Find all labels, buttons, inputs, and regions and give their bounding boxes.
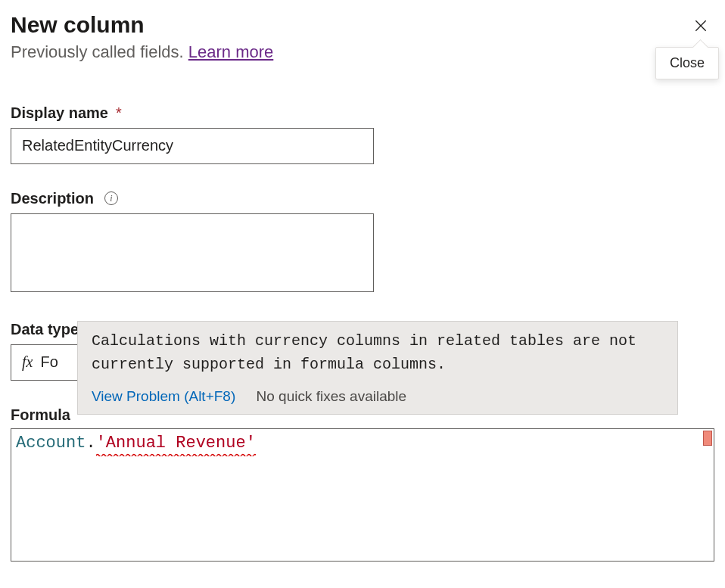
error-marker-icon — [703, 431, 712, 446]
error-tooltip: Calculations with currency columns in re… — [77, 321, 678, 415]
data-type-label: Data type — [11, 321, 79, 338]
display-name-input[interactable] — [11, 128, 374, 164]
required-indicator: * — [116, 104, 122, 122]
fx-icon: fx — [22, 353, 33, 371]
close-icon — [693, 18, 708, 33]
subtitle-text: Previously called fields. — [11, 42, 188, 61]
info-icon[interactable]: i — [104, 191, 118, 205]
learn-more-link[interactable]: Learn more — [188, 42, 274, 61]
formula-editor[interactable]: Account.'Annual Revenue' — [11, 428, 714, 562]
display-name-label: Display name — [11, 104, 108, 122]
close-button[interactable] — [687, 12, 714, 39]
close-tooltip: Close — [655, 47, 719, 79]
formula-token-annual-revenue: 'Annual Revenue' — [96, 432, 256, 455]
page-subtitle: Previously called fields. Learn more — [11, 42, 273, 62]
page-title: New column — [11, 11, 273, 39]
data-type-value: Fo — [40, 353, 58, 371]
formula-token-dot: . — [86, 434, 95, 453]
description-input[interactable] — [11, 213, 374, 292]
view-problem-link[interactable]: View Problem (Alt+F8) — [92, 388, 235, 404]
no-quick-fixes-text: No quick fixes available — [257, 388, 407, 404]
error-message: Calculations with currency columns in re… — [78, 322, 677, 382]
description-label: Description — [11, 190, 94, 207]
formula-token-account: Account — [16, 434, 86, 453]
